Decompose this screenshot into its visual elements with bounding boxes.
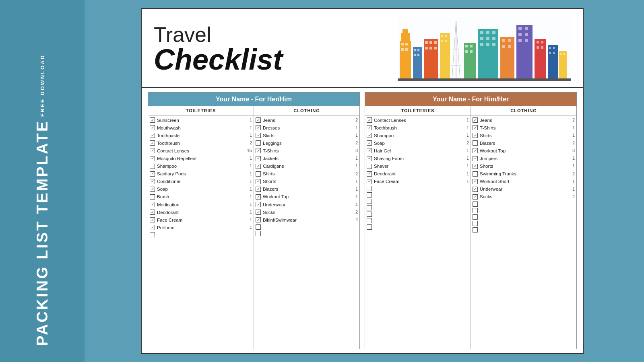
list-item[interactable]: Shirts2 <box>254 170 359 178</box>
list-item[interactable]: Soap2 <box>365 139 471 147</box>
list-item[interactable]: Toothbrush2 <box>148 139 254 147</box>
list-item[interactable]: Soap1 <box>148 185 254 193</box>
item-qty: 1 <box>463 148 469 154</box>
list-item[interactable]: Workout Top1 <box>254 193 359 201</box>
svg-rect-17 <box>425 47 428 49</box>
panel-her-columns: TOILETRIES Sunscreen1Mouthwash1Toothpast… <box>148 106 359 349</box>
list-item[interactable]: Face Cream1 <box>365 178 471 185</box>
list-item[interactable] <box>471 207 576 214</box>
list-item[interactable] <box>365 211 471 218</box>
list-item[interactable]: Dresses1 <box>254 124 359 132</box>
list-item[interactable]: Workout Short1 <box>471 178 576 185</box>
list-item[interactable]: Shaver1 <box>365 162 471 170</box>
list-item[interactable]: Shorts1 <box>471 162 576 170</box>
list-item[interactable] <box>365 198 471 205</box>
list-item[interactable]: Jeans2 <box>254 116 359 124</box>
svg-rect-59 <box>537 46 539 49</box>
svg-rect-38 <box>480 37 483 40</box>
list-item[interactable]: Workout Top3 <box>471 147 576 154</box>
list-item[interactable]: Shirts1 <box>471 132 576 139</box>
item-qty: 1 <box>246 202 252 208</box>
list-item[interactable]: Shaving Foom1 <box>365 154 471 162</box>
list-item[interactable] <box>365 205 471 211</box>
list-item[interactable]: Leggings2 <box>254 139 359 147</box>
list-item[interactable]: Blazers2 <box>471 139 576 147</box>
list-item[interactable] <box>365 218 471 224</box>
list-item[interactable]: Jeans2 <box>471 116 576 124</box>
list-item[interactable]: Sunscreen1 <box>148 116 254 124</box>
panel-him-clothing-header: CLOTHING <box>471 106 576 115</box>
item-name: Shaving Foom <box>374 155 462 162</box>
list-item[interactable] <box>471 201 576 207</box>
list-item[interactable]: Cardigans1 <box>254 162 359 170</box>
list-item[interactable] <box>471 226 576 233</box>
list-item[interactable] <box>365 224 471 230</box>
list-item[interactable]: Conditioner1 <box>148 178 254 185</box>
svg-rect-11 <box>414 54 416 56</box>
item-name: Workout Top <box>480 148 568 154</box>
item-qty: 1 <box>352 186 358 192</box>
list-item[interactable]: Shampoo1 <box>365 132 471 139</box>
item-qty: 1 <box>569 186 575 192</box>
list-item[interactable]: Hair Gel1 <box>365 147 471 154</box>
list-item[interactable]: Toothpaste1 <box>148 132 254 139</box>
list-item[interactable] <box>254 224 359 230</box>
item-name: Mosquito Repellent <box>157 155 245 162</box>
list-item[interactable] <box>471 220 576 226</box>
title-travel: Travel <box>154 24 283 45</box>
main-area: Travel Checklist <box>85 0 644 362</box>
list-item[interactable]: Blazers1 <box>254 185 359 193</box>
list-item[interactable]: Mosquito Repellent1 <box>148 154 254 162</box>
list-item[interactable]: T-Shirts3 <box>254 147 359 154</box>
list-item[interactable]: Brush1 <box>148 193 254 201</box>
item-name: Mouthwash <box>157 125 245 131</box>
list-item[interactable]: Shampoo1 <box>148 162 254 170</box>
list-item[interactable] <box>254 230 359 237</box>
item-name: Jackets <box>263 155 351 162</box>
list-item[interactable]: Deodorant1 <box>148 208 254 216</box>
svg-rect-9 <box>414 49 416 51</box>
sidebar-title-label: PACKING LIST TEMPLATE <box>35 120 50 346</box>
svg-rect-46 <box>508 39 511 42</box>
svg-rect-33 <box>470 50 473 53</box>
list-item[interactable]: Underwear1 <box>254 201 359 208</box>
svg-rect-36 <box>486 31 489 34</box>
list-item[interactable]: Deodorant1 <box>365 170 471 178</box>
list-item[interactable]: Mouthwash1 <box>148 124 254 132</box>
list-item[interactable]: Shorts1 <box>254 178 359 185</box>
list-item[interactable]: Jumpers1 <box>471 154 576 162</box>
list-item[interactable] <box>148 231 254 238</box>
doc-header: Travel Checklist <box>142 9 583 88</box>
item-name: Shirts <box>480 132 568 139</box>
svg-rect-63 <box>553 47 555 49</box>
list-item[interactable]: Contact Lenses15 <box>148 147 254 154</box>
list-item[interactable]: Underwear1 <box>471 185 576 193</box>
list-item[interactable]: Medication1 <box>148 201 254 208</box>
list-item[interactable] <box>365 185 471 192</box>
list-item[interactable]: T-Shirts1 <box>471 124 576 132</box>
svg-rect-10 <box>417 49 419 51</box>
item-name: Jeans <box>263 117 351 123</box>
list-item[interactable]: Perfume1 <box>148 224 254 231</box>
item-name: Shampoo <box>157 163 245 169</box>
item-qty: 1 <box>246 209 252 215</box>
list-item[interactable]: Swimming Trunks2 <box>471 170 576 178</box>
svg-rect-26 <box>445 35 447 37</box>
list-item[interactable]: Bikini/Swimwear2 <box>254 216 359 224</box>
list-item[interactable] <box>471 214 576 220</box>
list-item[interactable]: Socks2 <box>254 208 359 216</box>
list-item[interactable]: Jackets1 <box>254 154 359 162</box>
list-item[interactable]: Sanitary Pods1 <box>148 170 254 178</box>
item-qty: 2 <box>569 117 575 123</box>
item-qty: 1 <box>463 125 469 131</box>
list-item[interactable]: Socks2 <box>471 193 576 201</box>
list-item[interactable]: Face Cream1 <box>148 216 254 224</box>
item-name: Shorts <box>263 178 351 185</box>
list-item[interactable]: Toothbrush1 <box>365 124 471 132</box>
list-item[interactable] <box>365 192 471 198</box>
svg-rect-13 <box>424 39 438 79</box>
item-name: Face Cream <box>374 178 462 185</box>
list-item[interactable]: Skirts1 <box>254 132 359 139</box>
svg-rect-14 <box>425 41 428 44</box>
list-item[interactable]: Contact Lenses1 <box>365 116 471 124</box>
